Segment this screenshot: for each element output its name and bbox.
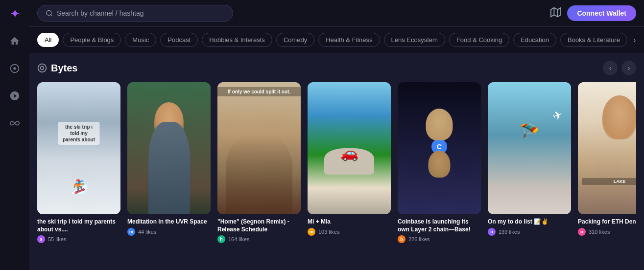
avatar-4: m (308, 228, 315, 236)
video-meta-3: h 164 likes (217, 235, 301, 243)
avatar-3: h (217, 235, 225, 243)
header-right: Connect Wallet (550, 5, 636, 21)
tab-food-cooking[interactable]: Food & Cooking (449, 33, 509, 47)
tabs-scroll-right[interactable]: › (631, 34, 638, 46)
video-card-1[interactable]: the ski trip i told myparents about 🏂 th… (37, 82, 120, 243)
search-input[interactable] (57, 9, 225, 17)
likes-2: 44 likes (138, 229, 156, 235)
thumbnail-1: the ski trip i told myparents about 🏂 (37, 82, 120, 214)
thumbnail-7: LAKE (578, 82, 636, 214)
tab-hobbies[interactable]: Hobbies & Interests (202, 33, 272, 47)
svg-marker-2 (551, 8, 561, 17)
video-card-6[interactable]: ✈ 🪂 On my to do list 📝✌ o 139 likes (488, 82, 571, 243)
map-icon[interactable] (550, 7, 561, 20)
video-card-2[interactable]: Meditation in the UVR Space m 44 likes (127, 82, 211, 243)
tab-all[interactable]: All (37, 33, 59, 47)
likes-5: 226 likes (408, 236, 429, 242)
bytes-section-icon (37, 63, 47, 73)
video-grid: the ski trip i told myparents about 🏂 th… (37, 82, 636, 243)
bytes-title: Bytes (37, 63, 77, 74)
thumbnail-4: 🚗 (308, 82, 391, 214)
thumbnail-5: C (398, 82, 481, 214)
video-title-5: Coinbase is launching its own Layer 2 ch… (398, 218, 481, 233)
svg-point-5 (38, 64, 47, 72)
video-meta-6: o 139 likes (488, 228, 571, 236)
bytes-icon[interactable] (8, 62, 22, 75)
content-area: Bytes ‹ › the ski trip i told myparents … (29, 53, 644, 270)
video-title-6: On my to do list 📝✌ (488, 218, 571, 226)
likes-3: 164 likes (228, 236, 249, 242)
infinity-icon[interactable] (8, 116, 22, 130)
connect-wallet-button[interactable]: Connect Wallet (567, 5, 636, 21)
likes-7: 310 likes (589, 229, 610, 235)
nav-next-button[interactable]: › (621, 61, 636, 75)
section-nav: ‹ › (603, 61, 636, 75)
video-meta-1: s 55 likes (37, 235, 120, 243)
tab-lens-ecosystem[interactable]: Lens Ecosystem (384, 33, 445, 47)
avatar-1: s (37, 235, 45, 243)
video-title-3: "Home" (Segnon Remix) - Release Schedule (217, 218, 301, 233)
video-meta-4: m 103 likes (308, 228, 391, 236)
sidebar: ✦ (0, 0, 29, 270)
tab-music[interactable]: Music (125, 33, 156, 47)
video-card-4[interactable]: 🚗 Mi + Mia m 103 likes (308, 82, 391, 243)
video-meta-5: b 226 likes (398, 235, 481, 243)
bytes-section-header: Bytes ‹ › (37, 61, 636, 75)
video-card-5[interactable]: C Coinbase is launching its own Layer 2 … (398, 82, 481, 243)
likes-6: 139 likes (499, 229, 520, 235)
tab-people-blogs[interactable]: People & Blogs (63, 33, 121, 47)
svg-point-0 (13, 67, 16, 70)
tab-health-fitness[interactable]: Health & Fitness (318, 33, 380, 47)
likes-4: 103 likes (318, 229, 339, 235)
video-title-1: the ski trip i told my parents about vs.… (37, 218, 120, 233)
tab-comedy[interactable]: Comedy (276, 33, 314, 47)
video-title-7: Packing for ETH Denver (578, 218, 636, 226)
search-icon (46, 9, 53, 17)
category-tabs: All People & Blogs Music Podcast Hobbies… (29, 27, 644, 53)
main-content: Connect Wallet All People & Blogs Music … (29, 0, 644, 270)
nav-prev-button[interactable]: ‹ (603, 61, 618, 75)
video-card-7[interactable]: LAKE Packing for ETH Denver p 310 likes (578, 82, 636, 243)
tab-podcast[interactable]: Podcast (160, 33, 198, 47)
thumbnail-3: If only we could split it out. (217, 82, 301, 214)
video-title-2: Meditation in the UVR Space (127, 218, 211, 226)
svg-point-6 (41, 67, 44, 70)
video-meta-2: m 44 likes (127, 228, 211, 236)
svg-point-1 (47, 10, 51, 15)
likes-1: 55 likes (48, 236, 66, 242)
header: Connect Wallet (29, 0, 644, 27)
avatar-5: b (398, 235, 405, 243)
thumbnail-2 (127, 82, 211, 214)
tab-education[interactable]: Education (513, 33, 556, 47)
thumbnail-6: ✈ 🪂 (488, 82, 571, 214)
explore-icon[interactable] (8, 89, 22, 103)
tab-books[interactable]: Books & Literature (560, 33, 627, 47)
bytes-title-text: Bytes (51, 63, 77, 74)
home-icon[interactable] (8, 34, 22, 48)
video-meta-7: p 310 likes (578, 228, 636, 236)
avatar-2: m (127, 228, 135, 236)
search-bar[interactable] (37, 5, 233, 22)
avatar-7: p (578, 228, 586, 236)
avatar-6: o (488, 228, 496, 236)
video-card-3[interactable]: If only we could split it out. "Home" (S… (217, 82, 301, 243)
video-title-4: Mi + Mia (308, 218, 391, 226)
app-logo: ✦ (10, 8, 19, 21)
